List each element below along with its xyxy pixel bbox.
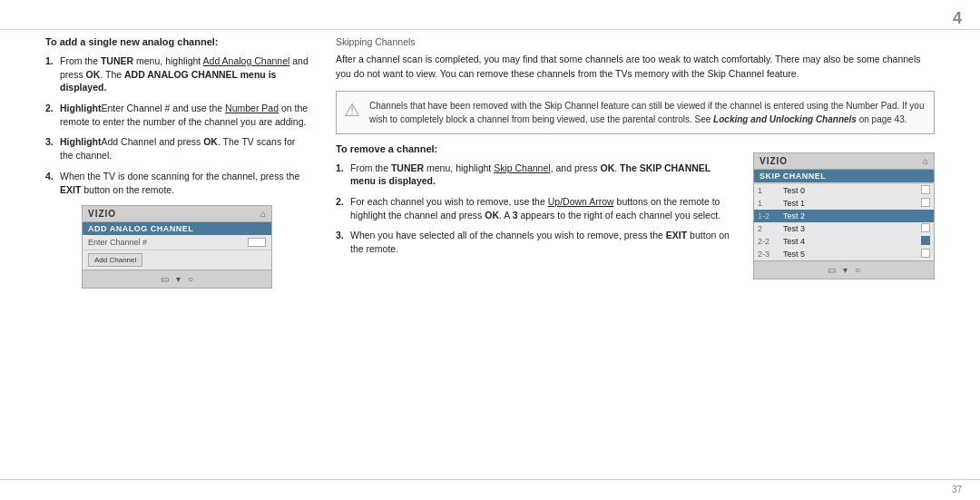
vizio-footer: ▭ ▾ ○ — [83, 270, 271, 288]
channel-num-cell: 2-3 — [754, 248, 779, 260]
channel-num-cell: 1 — [754, 184, 779, 197]
channel-num-cell: 2-2 — [754, 235, 779, 248]
step-4-num: 4. — [45, 170, 56, 196]
remove-step-3-num: 3. — [336, 229, 347, 255]
vizio-footer-icon-2: ▾ — [176, 274, 181, 284]
table-row: 2-3 Test 5 — [754, 248, 934, 260]
vizio-footer-icon-3: ○ — [188, 274, 193, 284]
vizio-input-label: Enter Channel # — [88, 238, 244, 247]
channel-check-cell — [917, 222, 934, 235]
table-row: 2 Test 3 — [754, 222, 934, 235]
page-number-bottom: 37 — [952, 485, 962, 495]
skip-footer-icon-3: ○ — [855, 265, 860, 275]
left-column: To add a single new analog channel: 1. F… — [45, 36, 309, 473]
skip-footer-icon-2: ▾ — [843, 265, 848, 275]
skip-footer-icon-1: ▭ — [828, 265, 836, 275]
step-3-num: 3. — [45, 135, 56, 162]
remove-step-3: 3. When you have selected all of the cha… — [336, 229, 735, 255]
step-2-text: HighlightEnter Channel # and use the Num… — [60, 102, 309, 128]
remove-step-1: 1. From the TUNER menu, highlight Skip C… — [336, 162, 735, 188]
vizio-input-row: Enter Channel # — [83, 235, 271, 250]
remove-step-1-num: 1. — [336, 162, 347, 188]
remove-step-2: 2. For each channel you wish to remove, … — [336, 195, 735, 221]
vizio-button-row: Add Channel — [83, 250, 271, 270]
skipping-channels-title: Skipping Channels — [336, 36, 935, 47]
step-2-num: 2. — [45, 102, 56, 128]
step-1: 1. From the TUNER menu, highlight Add An… — [45, 54, 309, 94]
vizio-header: VIZIO ⌂ — [83, 206, 271, 222]
vizio-logo: VIZIO — [88, 209, 116, 219]
skip-vizio-footer: ▭ ▾ ○ — [754, 260, 934, 279]
vizio-input-box[interactable] — [248, 238, 266, 247]
top-rule — [0, 29, 980, 30]
table-row: 1-2 Test 2 — [754, 210, 934, 222]
remove-step-3-text: When you have selected all of the channe… — [350, 229, 735, 255]
skip-menu-bar: SKIP CHANNEL — [754, 170, 934, 182]
channel-check-cell — [917, 197, 934, 210]
table-row: 1 Test 1 — [754, 197, 934, 210]
main-content: To add a single new analog channel: 1. F… — [45, 36, 935, 473]
remove-step-2-num: 2. — [336, 195, 347, 221]
skip-channel-ui-col: VIZIO ⌂ SKIP CHANNEL 1 — [753, 143, 935, 289]
skip-home-icon: ⌂ — [923, 156, 928, 166]
channel-num-cell: 2 — [754, 222, 779, 235]
remove-channel-steps: 1. From the TUNER menu, highlight Skip C… — [336, 162, 735, 256]
channel-name-cell: Test 3 — [779, 222, 917, 235]
channel-name-cell: Test 0 — [779, 184, 917, 197]
remove-section: To remove a channel: 1. From the TUNER m… — [336, 143, 935, 289]
add-channel-title: To add a single new analog channel: — [45, 36, 309, 47]
skip-vizio-header: VIZIO ⌂ — [754, 153, 934, 170]
vizio-add-channel-button[interactable]: Add Channel — [88, 253, 142, 267]
vizio-menu-bar: ADD ANALOG CHANNEL — [83, 222, 271, 235]
vizio-footer-icon-1: ▭ — [161, 274, 169, 284]
add-channel-steps: 1. From the TUNER menu, highlight Add An… — [45, 54, 309, 196]
channel-num-cell: 1 — [754, 197, 779, 210]
intro-text: After a channel scan is completed, you m… — [336, 53, 935, 82]
warning-box: ⚠ Channels that have been removed with t… — [336, 91, 935, 134]
channel-name-cell: Test 5 — [779, 248, 917, 260]
right-column: Skipping Channels After a channel scan i… — [336, 36, 935, 473]
vizio-add-channel-ui: VIZIO ⌂ ADD ANALOG CHANNEL Enter Channel… — [82, 205, 272, 289]
skip-channel-table: 1 Test 0 1 Test 1 1-2 Test — [754, 182, 934, 260]
warning-icon: ⚠ — [344, 99, 362, 126]
step-1-text: From the TUNER menu, highlight Add Analo… — [60, 54, 309, 94]
channel-check-cell — [917, 248, 934, 260]
channel-name-cell: Test 1 — [779, 197, 917, 210]
remove-channel-title: To remove a channel: — [336, 143, 735, 154]
channel-num-cell: 1-2 — [754, 210, 779, 222]
skip-vizio-logo: VIZIO — [760, 156, 788, 166]
step-4-text: When the TV is done scanning for the cha… — [60, 170, 309, 196]
step-1-num: 1. — [45, 54, 56, 94]
channel-name-cell: Test 4 — [779, 235, 917, 248]
step-3: 3. HighlightAdd Channel and press OK. Th… — [45, 135, 309, 162]
table-row: 2-2 Test 4 — [754, 235, 934, 248]
channel-check-cell — [917, 184, 934, 197]
remove-step-2-text: For each channel you wish to remove, use… — [350, 195, 735, 221]
channel-check-cell — [917, 210, 934, 222]
step-3-text: HighlightAdd Channel and press OK. The T… — [60, 135, 309, 162]
remove-steps-col: To remove a channel: 1. From the TUNER m… — [336, 143, 735, 289]
bottom-rule — [0, 479, 980, 480]
channel-check-cell — [917, 235, 934, 248]
remove-step-1-text: From the TUNER menu, highlight Skip Chan… — [350, 162, 735, 188]
warning-text: Channels that have been removed with the… — [369, 99, 926, 126]
step-4: 4. When the TV is done scanning for the … — [45, 170, 309, 196]
skip-channel-ui: VIZIO ⌂ SKIP CHANNEL 1 — [753, 152, 935, 279]
step-2: 2. HighlightEnter Channel # and use the … — [45, 102, 309, 128]
table-row: 1 Test 0 — [754, 184, 934, 197]
page-number-top: 4 — [953, 9, 962, 28]
channel-name-cell: Test 2 — [779, 210, 917, 222]
home-icon: ⌂ — [260, 209, 266, 219]
